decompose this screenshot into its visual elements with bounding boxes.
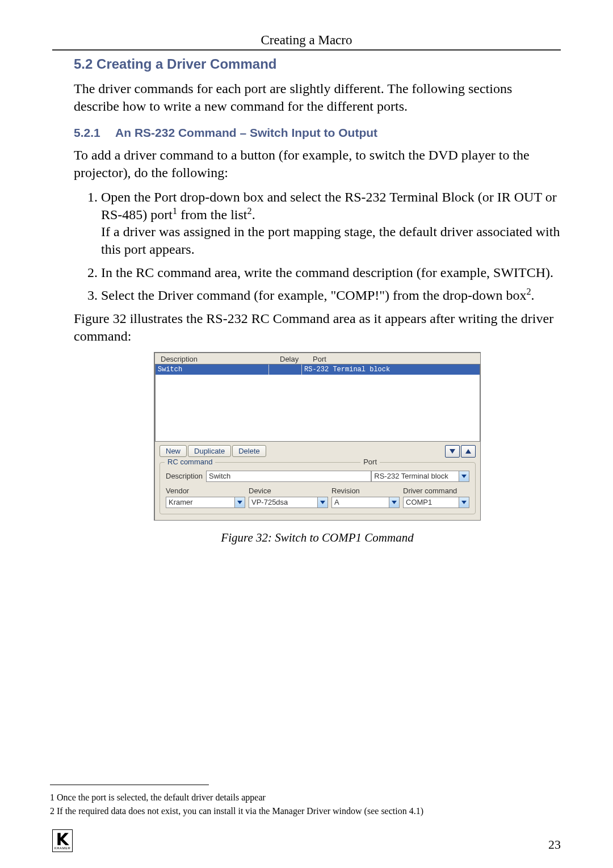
section-heading: 5.2 Creating a Driver Command: [74, 56, 561, 72]
page-number: 23: [548, 837, 561, 852]
command-list[interactable]: Switch RS-232 Terminal block: [155, 364, 480, 442]
step-1: Open the Port drop-down box and select t…: [101, 188, 561, 258]
figure-32: Description Delay Port Switch RS-232 Ter…: [154, 352, 481, 545]
command-row-delay: [269, 364, 302, 375]
step-list: Open the Port drop-down box and select t…: [74, 188, 561, 304]
svg-marker-2: [461, 475, 467, 478]
col-header-description: Description: [155, 355, 274, 363]
col-header-delay: Delay: [274, 355, 307, 363]
section-intro: The driver commands for each port are sl…: [74, 80, 561, 115]
new-button[interactable]: New: [159, 445, 187, 457]
step-3-text-a: Select the Driver command (for example, …: [101, 288, 526, 303]
duplicate-button[interactable]: Duplicate: [188, 445, 231, 457]
step-1-sup-b: 2: [247, 206, 251, 216]
command-list-header: Description Delay Port: [155, 353, 480, 364]
body-block: 5.2 Creating a Driver Command The driver…: [52, 56, 561, 545]
description-field-label: Description: [166, 472, 203, 480]
step-3-sup-a: 2: [526, 286, 531, 297]
command-row-port: RS-232 Terminal block: [302, 364, 480, 375]
delete-button[interactable]: Delete: [232, 445, 266, 457]
step-1-continue: If a driver was assigned in the port map…: [101, 223, 561, 258]
kramer-logo: KRAMER: [52, 829, 73, 852]
header-rule: [52, 49, 561, 51]
driver-command-label: Driver command: [403, 487, 466, 495]
step-2: In the RC command area, write the comman…: [101, 264, 561, 282]
rc-command-group: RC command Port Description RS-232 Termi…: [159, 462, 476, 514]
driver-command-select-value: COMP1: [404, 498, 459, 506]
command-row-description: Switch: [156, 364, 269, 375]
chevron-down-icon: [317, 497, 328, 508]
footnote-1: 1 Once the port is selected, the default…: [50, 791, 561, 804]
step-3: Select the Driver command (for example, …: [101, 287, 561, 304]
chevron-down-icon: [389, 497, 399, 508]
step-1-text-b: from the list: [177, 207, 247, 222]
port-field-label: Port: [360, 458, 380, 466]
vendor-select[interactable]: Kramer: [166, 497, 245, 508]
subsection-leadin: To add a driver command to a button (for…: [74, 146, 561, 181]
subsection-title: An RS-232 Command – Switch Input to Outp…: [115, 126, 377, 139]
step-2-text: In the RC command area, write the comman…: [101, 265, 553, 280]
rc-command-panel: Description Delay Port Switch RS-232 Ter…: [154, 352, 481, 521]
revision-select[interactable]: A: [331, 497, 400, 508]
step-1-text-a: Open the Port drop-down box and select t…: [101, 190, 557, 222]
device-select-value: VP-725dsa: [249, 498, 317, 506]
step-3-text-b: .: [531, 288, 535, 303]
chevron-down-icon: [459, 497, 469, 508]
step-1-text-c: .: [252, 207, 255, 222]
logo-text: KRAMER: [54, 846, 71, 850]
vendor-column: Vendor Kramer: [166, 487, 245, 508]
footnote-2: 2 If the required data does not exist, y…: [50, 804, 561, 818]
port-select[interactable]: RS-232 Terminal block: [371, 471, 469, 482]
move-up-button[interactable]: [461, 445, 476, 458]
svg-marker-5: [392, 501, 397, 504]
rc-top-row: Description RS-232 Terminal block: [166, 471, 469, 482]
svg-marker-3: [237, 501, 242, 504]
command-list-section: Description Delay Port Switch RS-232 Ter…: [155, 353, 480, 462]
svg-marker-1: [465, 449, 471, 454]
col-header-port: Port: [307, 355, 449, 363]
subsection-number: 5.2.1: [74, 126, 112, 140]
driver-command-select[interactable]: COMP1: [403, 497, 469, 508]
driver-command-column: Driver command COMP1: [403, 487, 469, 508]
logo-icon: [55, 832, 70, 846]
revision-column: Revision A: [331, 487, 400, 508]
section-number: 5.2: [74, 56, 93, 72]
footnote-rule: [50, 785, 209, 785]
step-1-sup-a: 1: [173, 206, 177, 216]
description-input[interactable]: [206, 471, 371, 482]
triangle-up-icon: [465, 448, 472, 454]
document-page: Creating a Macro 5.2 Creating a Driver C…: [0, 0, 613, 868]
device-label: Device: [249, 487, 325, 495]
figure-caption: Figure 32: Switch to COMP1 Command: [154, 531, 481, 545]
chevron-down-icon: [234, 497, 245, 508]
footnotes: 1 Once the port is selected, the default…: [50, 785, 561, 818]
running-header: Creating a Macro: [52, 33, 561, 48]
triangle-down-icon: [449, 448, 456, 454]
chevron-down-icon: [459, 471, 469, 481]
vendor-label: Vendor: [166, 487, 242, 495]
after-steps-text: Figure 32 illustrates the RS-232 RC Comm…: [74, 310, 561, 345]
device-select[interactable]: VP-725dsa: [249, 497, 328, 508]
command-row-selected[interactable]: Switch RS-232 Terminal block: [156, 364, 480, 375]
svg-marker-4: [320, 501, 325, 504]
device-column: Device VP-725dsa: [249, 487, 328, 508]
move-down-button[interactable]: [445, 445, 460, 458]
port-select-value: RS-232 Terminal block: [372, 472, 459, 480]
rc-bottom-row: Vendor Kramer Device VP-725dsa: [166, 487, 469, 508]
revision-label: Revision: [331, 487, 396, 495]
page-footer: KRAMER 23: [52, 829, 561, 852]
svg-marker-0: [450, 449, 455, 454]
rc-command-legend: RC command: [165, 458, 215, 466]
subsection-heading: 5.2.1 An RS-232 Command – Switch Input t…: [74, 126, 561, 140]
vendor-select-value: Kramer: [166, 498, 234, 506]
svg-marker-6: [461, 501, 467, 504]
section-title: Creating a Driver Command: [96, 56, 276, 72]
revision-select-value: A: [332, 498, 389, 506]
